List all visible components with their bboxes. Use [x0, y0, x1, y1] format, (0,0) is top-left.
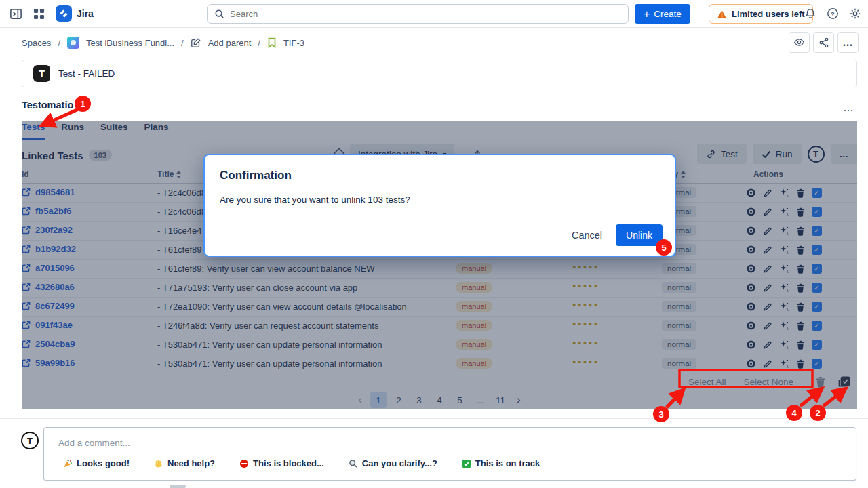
more-actions-button[interactable]: … — [837, 32, 859, 53]
sidebar-toggle-icon[interactable] — [9, 7, 22, 20]
svg-text:4: 4 — [791, 408, 797, 418]
comment-placeholder[interactable]: Add a comment... — [58, 438, 130, 448]
svg-text:2: 2 — [815, 408, 820, 418]
jira-home-link[interactable]: Jira — [56, 5, 94, 22]
bookmark-icon — [267, 37, 277, 48]
breadcrumb-add-parent[interactable]: Add parent — [208, 38, 252, 48]
breadcrumb-spaces[interactable]: Spaces — [22, 38, 51, 48]
annotation-step-1: 1 — [75, 96, 91, 112]
widget-more-button[interactable]: … — [843, 102, 854, 114]
limited-users-warning-button[interactable]: Limited users left — [709, 4, 813, 24]
jira-logo-icon — [56, 5, 72, 22]
widget-title: Testomatio — [22, 100, 73, 110]
magnifier-icon — [349, 459, 358, 468]
modal-title: Confirmation — [220, 169, 292, 182]
quick-reply-blocked[interactable]: This is blocked... — [239, 458, 324, 468]
product-name: Jira — [77, 8, 94, 19]
project-avatar-icon — [67, 37, 79, 49]
quick-reply-on-track[interactable]: This is on track — [462, 458, 540, 468]
top-bar: Jira + Create Limited users left ? — [0, 0, 868, 28]
search-input[interactable] — [230, 9, 621, 19]
search-icon — [214, 9, 224, 19]
watch-eye-button[interactable] — [789, 32, 810, 53]
breadcrumb-issue-key[interactable]: TIF-3 — [283, 38, 304, 48]
global-search[interactable] — [207, 4, 629, 24]
breadcrumb: Spaces / Test iBusiness Fundi... / Add p… — [22, 33, 304, 53]
edit-parent-icon — [191, 37, 201, 48]
modal-message: Are you sure that you want to unlink 103… — [220, 195, 410, 205]
comment-box[interactable]: Add a comment... Looks good! Need help? … — [43, 427, 856, 481]
testomatio-logo-icon: T — [33, 65, 50, 82]
party-popper-icon — [63, 459, 73, 468]
waving-hand-icon — [154, 459, 163, 468]
quick-reply-need-help[interactable]: Need help? — [154, 458, 215, 468]
app-switcher-icon[interactable] — [33, 8, 45, 20]
quick-reply-looks-good[interactable]: Looks good! — [63, 458, 130, 468]
section-divider — [0, 418, 868, 419]
cropped-element — [170, 485, 186, 488]
testomatio-widget: TestsRunsSuitesPlans Linked Tests 103 In… — [22, 121, 857, 409]
svg-text:?: ? — [831, 10, 835, 18]
no-entry-icon — [239, 459, 249, 468]
test-status-label: Test - FAILED — [58, 68, 115, 79]
warning-triangle-icon — [717, 9, 727, 19]
settings-gear-icon[interactable] — [849, 7, 861, 20]
test-status-card[interactable]: T Test - FAILED — [22, 60, 857, 87]
breadcrumb-project[interactable]: Test iBusiness Fundi... — [86, 38, 174, 48]
plus-icon: + — [644, 8, 650, 20]
create-button[interactable]: + Create — [635, 4, 690, 24]
notifications-bell-icon[interactable] — [804, 7, 816, 20]
svg-text:1: 1 — [80, 99, 85, 109]
unlink-button[interactable]: Unlink — [616, 224, 663, 246]
quick-reply-clarify[interactable]: Can you clarify...? — [349, 458, 437, 468]
confirmation-modal: Confirmation Are you sure that you want … — [203, 154, 676, 257]
check-green-icon — [462, 459, 471, 468]
cancel-button[interactable]: Cancel — [572, 230, 602, 241]
user-avatar: T — [21, 432, 39, 449]
help-icon[interactable]: ? — [827, 7, 839, 20]
share-button[interactable] — [813, 32, 834, 53]
